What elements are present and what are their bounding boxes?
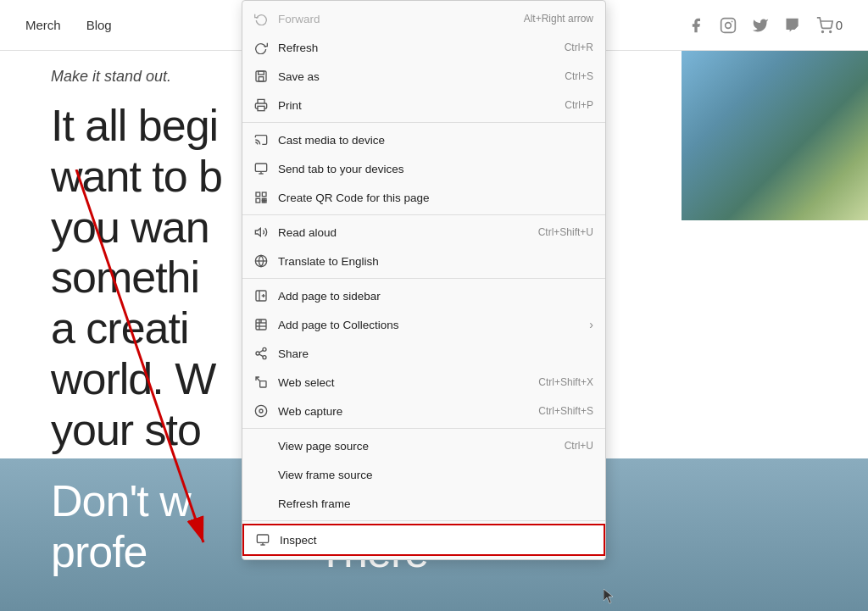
svg-point-36: [263, 356, 266, 359]
svg-rect-42: [257, 535, 268, 542]
separator-1: [242, 122, 605, 123]
view-source-icon: [253, 437, 270, 454]
menu-item-share[interactable]: Share: [242, 339, 605, 368]
nav-links: Merch Blog: [25, 18, 112, 32]
svg-rect-10: [258, 106, 264, 110]
svg-line-37: [259, 354, 264, 357]
translate-label: Translate to English: [278, 255, 593, 268]
read-aloud-label: Read aloud: [278, 226, 513, 239]
svg-rect-16: [262, 192, 266, 197]
add-sidebar-label: Add page to sidebar: [278, 290, 593, 303]
inspect-icon: [254, 531, 271, 548]
web-capture-label: Web capture: [278, 405, 513, 418]
context-menu: Forward Alt+Right arrow Refresh Ctrl+R S…: [242, 0, 606, 560]
svg-point-41: [259, 409, 263, 413]
svg-point-4: [829, 31, 831, 32]
menu-item-add-sidebar[interactable]: Add page to sidebar: [242, 281, 605, 310]
web-select-icon: [253, 374, 270, 391]
nav-blog[interactable]: Blog: [86, 18, 112, 32]
menu-item-forward[interactable]: Forward Alt+Right arrow: [242, 4, 605, 33]
cast-label: Cast media to device: [278, 134, 593, 147]
read-aloud-shortcut: Ctrl+Shift+U: [538, 226, 593, 238]
svg-rect-39: [260, 381, 266, 387]
save-as-icon: [253, 68, 270, 85]
menu-item-send-tab[interactable]: Send tab to your devices: [242, 154, 605, 183]
svg-rect-8: [259, 71, 264, 75]
instagram-icon[interactable]: [720, 17, 737, 34]
menu-item-refresh-frame[interactable]: Refresh frame: [242, 489, 605, 518]
svg-point-40: [255, 405, 266, 416]
collections-arrow: ›: [589, 318, 593, 331]
nav-merch[interactable]: Merch: [25, 18, 61, 32]
svg-rect-17: [256, 198, 260, 203]
menu-item-print[interactable]: Print Ctrl+P: [242, 91, 605, 119]
add-sidebar-icon: [253, 287, 270, 304]
separator-4: [242, 428, 605, 429]
svg-rect-18: [262, 198, 264, 200]
separator-3: [242, 278, 605, 279]
cart-count: 0: [836, 18, 843, 32]
qr-code-icon: [253, 189, 270, 206]
refresh-frame-icon: [253, 495, 270, 512]
web-capture-icon: [253, 403, 270, 419]
add-collections-icon: [253, 316, 270, 333]
facebook-icon[interactable]: [687, 17, 704, 34]
twitch-icon[interactable]: [784, 17, 801, 34]
web-select-shortcut: Ctrl+Shift+X: [538, 376, 593, 388]
refresh-shortcut: Ctrl+R: [565, 42, 593, 53]
view-frame-icon: [253, 466, 270, 483]
cast-icon: [253, 131, 270, 148]
svg-rect-0: [721, 18, 735, 32]
refresh-frame-label: Refresh frame: [278, 497, 593, 510]
view-source-label: View page source: [278, 440, 539, 453]
inspect-label: Inspect: [280, 534, 592, 547]
menu-item-translate[interactable]: Translate to English: [242, 247, 605, 275]
cart[interactable]: 0: [816, 17, 843, 34]
svg-rect-21: [264, 201, 266, 203]
separator-5: [242, 520, 605, 521]
save-as-label: Save as: [278, 70, 539, 83]
svg-point-34: [263, 347, 266, 351]
menu-item-web-capture[interactable]: Web capture Ctrl+Shift+S: [242, 397, 605, 425]
menu-item-web-select[interactable]: Web select Ctrl+Shift+X: [242, 368, 605, 397]
separator-2: [242, 214, 605, 215]
svg-rect-20: [262, 201, 264, 203]
svg-point-1: [725, 22, 731, 28]
web-select-label: Web select: [278, 376, 513, 389]
svg-rect-9: [259, 77, 263, 81]
save-as-shortcut: Ctrl+S: [565, 70, 593, 82]
svg-point-2: [731, 20, 732, 22]
menu-item-save-as[interactable]: Save as Ctrl+S: [242, 62, 605, 91]
twitter-icon[interactable]: [752, 17, 769, 34]
send-tab-label: Send tab to your devices: [278, 163, 593, 175]
view-frame-label: View frame source: [278, 469, 593, 481]
translate-icon: [253, 253, 270, 269]
menu-item-view-source[interactable]: View page source Ctrl+U: [242, 431, 605, 460]
nav-right: 0: [687, 17, 843, 34]
menu-item-refresh[interactable]: Refresh Ctrl+R: [242, 33, 605, 62]
print-label: Print: [278, 99, 539, 112]
svg-point-35: [256, 352, 259, 355]
menu-item-cast[interactable]: Cast media to device: [242, 125, 605, 154]
forward-shortcut: Alt+Right arrow: [524, 13, 593, 25]
print-icon: [253, 97, 270, 114]
menu-item-read-aloud[interactable]: Read aloud Ctrl+Shift+U: [242, 218, 605, 247]
svg-line-38: [259, 350, 264, 353]
forward-icon: [253, 10, 270, 27]
svg-rect-12: [255, 164, 266, 171]
svg-rect-19: [264, 198, 266, 200]
svg-rect-15: [256, 192, 260, 197]
menu-item-qr-code[interactable]: Create QR Code for this page: [242, 183, 605, 212]
share-label: Share: [278, 347, 593, 360]
menu-item-add-collections[interactable]: Add page to Collections ›: [242, 310, 605, 339]
refresh-icon: [253, 39, 270, 56]
qr-code-label: Create QR Code for this page: [278, 192, 593, 204]
share-icon: [253, 345, 270, 362]
print-shortcut: Ctrl+P: [565, 99, 593, 111]
send-tab-icon: [253, 160, 270, 177]
menu-item-inspect[interactable]: Inspect: [242, 524, 605, 556]
menu-item-view-frame[interactable]: View frame source: [242, 460, 605, 489]
refresh-label: Refresh: [278, 42, 539, 54]
view-source-shortcut: Ctrl+U: [565, 440, 593, 452]
add-collections-label: Add page to Collections: [278, 319, 589, 331]
